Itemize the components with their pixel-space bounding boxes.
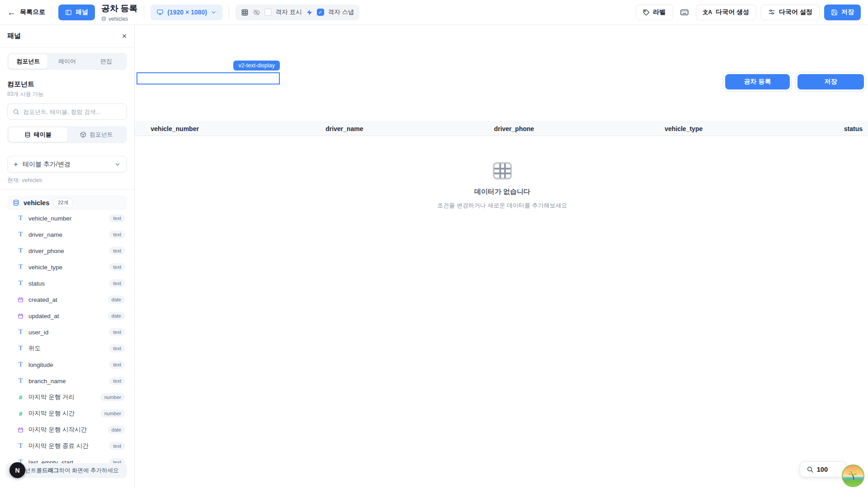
current-table-label: 현재: vehicles [7, 177, 127, 184]
field-type-badge: text [109, 328, 125, 336]
empty-state-subtitle: 조건을 변경하거나 새로운 데이터를 추가해보세요 [437, 202, 567, 210]
search-icon [13, 108, 19, 115]
canvas-save-button[interactable]: 저장 [797, 74, 864, 89]
island-extension-icon[interactable] [842, 465, 864, 487]
text-field-icon: T [17, 231, 24, 238]
data-table-header: vehicle_number driver_name driver_phone … [135, 122, 868, 136]
chevron-down-icon [211, 9, 217, 15]
field-row[interactable]: Tlongitudetext [7, 357, 127, 373]
magnifier-icon [807, 466, 814, 473]
field-row[interactable]: updated_atdate [7, 308, 127, 324]
search-input[interactable] [23, 108, 122, 115]
field-type-badge: text [109, 247, 125, 255]
empty-state-title: 데이터가 없습니다 [474, 188, 530, 196]
field-name: vehicle_type [28, 264, 62, 271]
database-icon [24, 131, 31, 138]
lightning-icon [306, 9, 313, 16]
field-list: Tvehicle_numbertext Tdriver_nametext Tdr… [7, 210, 127, 470]
table-row-vehicles[interactable]: vehicles 22개 [7, 195, 127, 210]
panel-toggle-button[interactable]: 패널 [58, 5, 95, 20]
text-field-icon: T [17, 280, 24, 287]
column-header[interactable]: driver_name [259, 122, 429, 136]
tab-components[interactable]: 컴포넌트 [9, 54, 47, 69]
text-field-icon: T [17, 345, 24, 352]
tag-icon [643, 9, 650, 16]
field-row[interactable]: created_atdate [7, 291, 127, 308]
divider [52, 6, 52, 18]
i18n-generate-button[interactable]: 文A 다국어 생성 [696, 5, 757, 20]
column-header[interactable]: vehicle_number [135, 122, 259, 136]
empty-table-icon [492, 160, 513, 181]
tab-layers[interactable]: 레이어 [47, 54, 86, 69]
tab-components-source[interactable]: 컴포넌트 [67, 127, 126, 142]
field-type-badge: text [109, 230, 125, 239]
divider [229, 6, 229, 18]
field-type-badge: text [109, 442, 125, 450]
field-name: longitude [28, 361, 53, 368]
grid-icon [241, 9, 249, 16]
i18n-settings-button[interactable]: 다국어 설정 [761, 5, 820, 20]
tab-tables[interactable]: 테이블 [9, 127, 67, 142]
save-button[interactable]: 저장 [824, 5, 861, 20]
grid-show-label: 격자 표시 [276, 8, 302, 16]
field-row[interactable]: Tvehicle_typetext [7, 259, 127, 275]
design-canvas[interactable]: v2-text-display 공차 등록 저장 vehicle_number … [135, 25, 868, 488]
field-name: user_id [28, 329, 48, 336]
text-field-icon: T [17, 263, 24, 271]
text-field-icon: T [17, 361, 24, 368]
text-field-icon: T [17, 328, 24, 336]
eye-off-icon[interactable] [253, 9, 260, 16]
drag-hint-bold: 드래그 [42, 467, 59, 474]
panel-toggle-label: 패널 [75, 8, 88, 16]
screen-size-dropdown[interactable]: (868 × 488) [151, 5, 222, 20]
divider [0, 189, 134, 190]
column-header[interactable]: driver_phone [429, 122, 599, 136]
save-button-label: 저장 [841, 8, 854, 16]
field-row[interactable]: Tdriver_phonetext [7, 243, 127, 259]
database-icon [101, 16, 106, 21]
floating-n-badge[interactable]: N [9, 462, 25, 478]
field-row[interactable]: 마지막 운행 시작시간date [7, 422, 127, 438]
translate-icon: 文A [703, 9, 712, 16]
tab-edit[interactable]: 편집 [87, 54, 126, 69]
field-type-badge: text [109, 361, 125, 369]
grid-snap-checkbox[interactable]: ✓ [317, 9, 324, 16]
close-icon[interactable]: ✕ [122, 33, 127, 40]
field-type-badge: date [108, 312, 125, 320]
source-tabs: 테이블 컴포넌트 [7, 126, 127, 143]
grid-options-group: 격자 표시 ✓ 격자 스냅 [236, 5, 360, 20]
components-available-count: 83개 사용 가능 [7, 90, 127, 98]
grid-show-checkbox[interactable] [264, 9, 272, 16]
i18n-settings-label: 다국어 설정 [779, 8, 812, 16]
component-search-box[interactable] [7, 103, 127, 120]
text-field-icon: T [17, 247, 24, 254]
label-button[interactable]: 라벨 [636, 5, 673, 20]
column-header[interactable]: vehicle_type [599, 122, 769, 136]
field-name: driver_name [28, 231, 62, 238]
field-row[interactable]: Tvehicle_numbertext [7, 210, 127, 226]
table-name: vehicles [24, 199, 49, 206]
field-row[interactable]: #마지막 운행 거리number [7, 389, 127, 405]
field-row[interactable]: #마지막 운행 시간number [7, 405, 127, 422]
number-field-icon: # [17, 394, 24, 401]
field-type-badge: text [109, 344, 125, 352]
divider [144, 6, 144, 18]
keyboard-shortcuts-button[interactable] [678, 5, 691, 19]
field-row[interactable]: Tuser_idtext [7, 324, 127, 340]
canvas-register-button[interactable]: 공차 등록 [725, 74, 790, 89]
back-label: 목록으로 [20, 8, 45, 16]
field-name: 마지막 운행 종료 시간 [28, 442, 89, 450]
back-button[interactable]: ← 목록으로 [7, 8, 45, 17]
text-display-component[interactable] [137, 72, 280, 84]
add-table-dropdown[interactable]: + 테이블 추가/변경 [7, 156, 127, 173]
field-row[interactable]: Tdriver_nametext [7, 226, 127, 243]
field-row[interactable]: T위도text [7, 340, 127, 357]
field-row[interactable]: T마지막 운행 종료 시간text [7, 438, 127, 454]
field-type-badge: text [109, 377, 125, 385]
column-header[interactable]: status [769, 122, 868, 136]
empty-state: 데이터가 없습니다 조건을 변경하거나 새로운 데이터를 추가해보세요 [437, 160, 567, 210]
zoom-control[interactable]: 100 [800, 461, 846, 477]
field-row[interactable]: Tstatustext [7, 275, 127, 291]
field-row[interactable]: Tbranch_nametext [7, 373, 127, 389]
field-type-badge: date [108, 296, 125, 304]
